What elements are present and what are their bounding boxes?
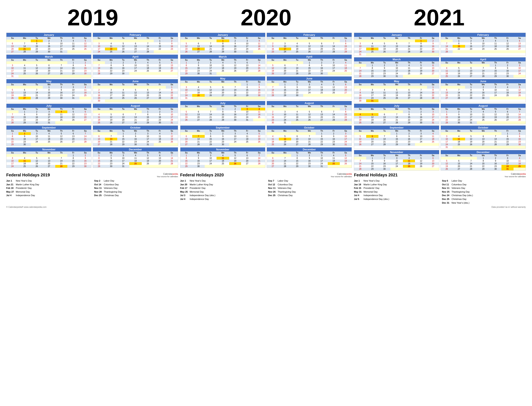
cal-day: 3 (7, 64, 19, 67)
cal-week-row: 16171819202122 (267, 48, 352, 50)
dow-header-th: Th (142, 83, 154, 86)
cal-week-row: 78910111213 (441, 42, 525, 45)
cal-day (328, 165, 340, 168)
cal-day: 20 (378, 119, 390, 121)
cal-day (55, 75, 67, 78)
holiday-date: Nov 26 (268, 190, 277, 194)
dow-header-we: We (390, 108, 403, 110)
cal-week-row: 12345 (93, 132, 178, 135)
cal-day (166, 99, 178, 102)
cal-day (129, 72, 142, 75)
cal-day: 5 (7, 89, 19, 91)
cal-day: 19 (105, 119, 117, 121)
dow-header-fr: Fr (501, 108, 513, 110)
month-header: September (7, 126, 91, 130)
dow-header-fr: Fr (415, 130, 427, 132)
cal-day: 19 (180, 48, 192, 50)
cal-week-row: 25262728293031 (354, 121, 439, 124)
cal-day: 14 (7, 116, 19, 119)
cal-day (415, 99, 427, 102)
holiday-date: Oct 12 (268, 183, 277, 187)
cal-day: 21 (93, 69, 105, 72)
cal-day: 18 (217, 160, 229, 162)
cal-day: 12 (7, 91, 19, 94)
holiday-col-left: Jan 1 New Year's DayJan 20 Martin Luther… (180, 179, 264, 201)
cal-day: 20 (465, 72, 477, 75)
cal-week-row: 3456789 (7, 157, 91, 160)
cal-day: 8 (93, 157, 105, 160)
cal-week-row: 2728293031 (267, 165, 352, 168)
dow-header-su: Su (267, 80, 279, 83)
cal-week-row: 262728293031 (441, 168, 525, 170)
month-header: June (93, 79, 178, 83)
cal-day: 13 (366, 138, 378, 140)
cal-week-row: 891011121314 (7, 135, 91, 138)
dow-header-we: We (217, 80, 229, 83)
cal-day: 2 (55, 86, 67, 89)
dow-header-fr: Fr (154, 59, 166, 61)
cal-day: 17 (205, 160, 217, 162)
cal-day: 29 (43, 97, 55, 99)
cal-day: 15 (340, 113, 352, 116)
cal-day: 31 (67, 97, 79, 99)
cal-week-row: 3456789 (7, 64, 91, 67)
dow-header-th: Th (316, 80, 328, 83)
cal-day: 3 (205, 61, 217, 64)
cal-day: 12 (55, 135, 67, 138)
cal-day: 9 (453, 113, 465, 116)
cal-week-row: 21222324252627 (267, 91, 352, 94)
dow-header-th: Th (403, 130, 415, 132)
cal-day: 18 (19, 162, 31, 165)
cal-day: 24 (166, 119, 178, 121)
cal-day: 28 (166, 162, 178, 165)
cal-day: 25 (316, 91, 328, 94)
year-2019: 2019 (6, 4, 179, 31)
cal-day: 12 (340, 157, 352, 160)
cal-day: 13 (241, 64, 253, 67)
months-grid: JanuarySuMoTuWeThFrSa1234567891011121314… (180, 33, 352, 168)
cal-day: 27 (241, 69, 253, 72)
cal-day: 17 (390, 69, 403, 72)
dow-header-tu: Tu (31, 59, 43, 61)
holiday-date: Sep 6 (442, 179, 450, 183)
cal-day (31, 86, 43, 89)
cal-day: 11 (403, 67, 415, 69)
holiday-date: Dec 25 (268, 194, 277, 197)
dow-header-tu: Tu (31, 108, 43, 110)
cal-day: 4 (340, 61, 352, 64)
holiday-entry: Nov 11 Veterans Day (94, 186, 178, 190)
cal-day: 6 (366, 135, 378, 138)
dow-header-tu: Tu (378, 130, 390, 132)
cal-day: 5 (465, 135, 477, 138)
cal-day (192, 108, 205, 110)
cal-day: 7 (378, 135, 390, 138)
cal-day: 6 (403, 89, 415, 91)
cal-day (378, 132, 390, 135)
holiday-date: Jan 1 (180, 179, 189, 183)
cal-day: 10 (7, 67, 19, 69)
cal-day: 28 (513, 119, 525, 121)
month-block-december: DecemberSuMoTuWeThFrSa123456789101112131… (93, 147, 178, 168)
cal-day: 28 (93, 72, 105, 75)
cal-day: 24 (105, 97, 117, 99)
holiday-date: May 27 (6, 190, 14, 194)
cal-week-row: 10111213141516 (7, 160, 91, 162)
dow-header-su: Su (7, 83, 19, 86)
cal-day: 4 (253, 40, 265, 42)
cal-day: 29 (217, 119, 229, 121)
cal-day: 19 (31, 162, 43, 165)
cal-day (253, 72, 265, 75)
dow-header-sa: Sa (166, 83, 178, 86)
cal-day: 9 (79, 157, 92, 160)
cal-day: 29 (19, 121, 31, 124)
cal-day: 12 (105, 116, 117, 119)
dow-header-tu: Tu (117, 83, 129, 86)
cal-day: 24 (229, 140, 241, 143)
cal-day: 28 (354, 75, 366, 78)
cal-day (378, 99, 390, 102)
holiday-name: Labor Day (104, 179, 114, 183)
cal-day: 5 (105, 113, 117, 116)
cal-day: 26 (279, 143, 291, 146)
cal-week-row: 2627282930 (354, 143, 439, 146)
cal-day: 16 (303, 160, 316, 162)
